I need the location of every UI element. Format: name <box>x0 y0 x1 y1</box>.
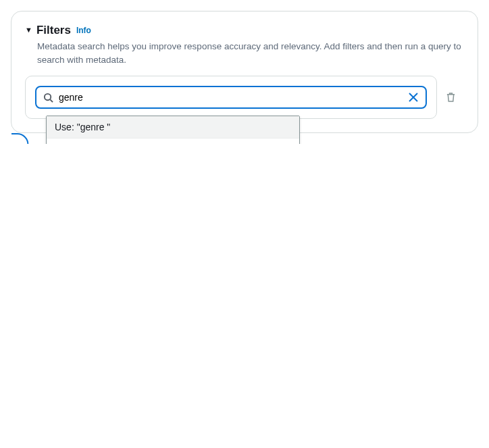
filters-description: Metadata search helps you improve respon… <box>37 40 464 66</box>
search-input[interactable] <box>53 92 408 103</box>
svg-line-1 <box>50 99 53 102</box>
add-filter-pill[interactable] <box>11 133 29 144</box>
search-dropdown: Use: "genre " Operators genre =equalsgen… <box>46 116 300 144</box>
operators-header: Operators <box>47 139 299 144</box>
trash-icon <box>446 92 456 103</box>
delete-filter-button[interactable] <box>437 92 464 103</box>
search-row <box>25 76 464 119</box>
search-icon <box>43 93 53 103</box>
search-container <box>25 76 437 119</box>
search-box[interactable] <box>35 86 427 109</box>
use-suggestion[interactable]: Use: "genre " <box>47 116 299 139</box>
svg-point-0 <box>45 94 51 100</box>
filters-title: Filters <box>36 24 71 37</box>
clear-icon[interactable] <box>408 92 419 103</box>
info-link[interactable]: Info <box>76 26 91 35</box>
caret-down-icon: ▼ <box>25 26 32 34</box>
filters-panel: ▼ Filters Info Metadata search helps you… <box>11 11 478 133</box>
filters-header[interactable]: ▼ Filters Info <box>25 24 464 37</box>
